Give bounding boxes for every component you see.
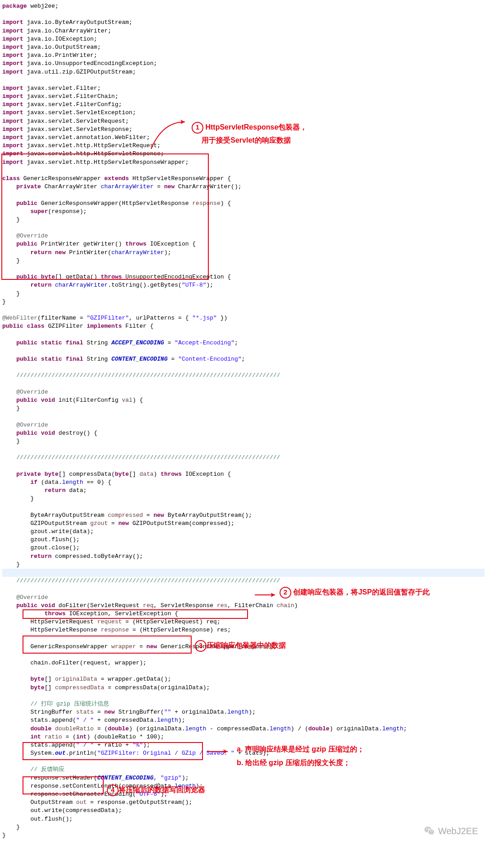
annotation-2: 2 创建响应包装器，将JSP的返回值暂存于此 bbox=[280, 587, 430, 599]
annotation-3: 3压缩响应包装器中的数据 bbox=[195, 640, 286, 652]
annotation-5: 4将压缩后的数据写回浏览器 bbox=[107, 784, 205, 796]
annotation-1: 1 HttpServletResponse包装器， 用于接受Servlet的响应… bbox=[192, 121, 307, 147]
annotation-4ab: a. 声明响应结果是经过 gzip 压缩过的； b. 给出经 gzip 压缩后的… bbox=[237, 743, 364, 770]
wechat-icon bbox=[423, 825, 435, 837]
watermark: WebJ2EE bbox=[423, 825, 478, 837]
